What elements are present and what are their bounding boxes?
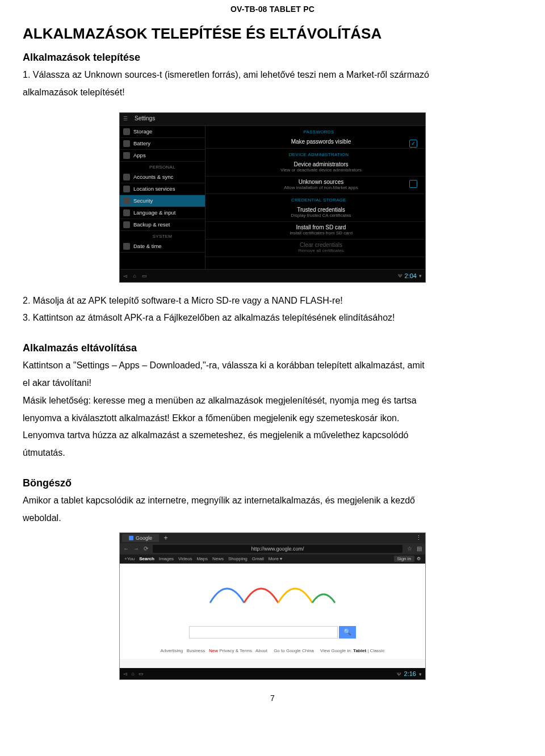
search-icon: 🔍 — [343, 628, 351, 636]
new-tab-icon[interactable]: ＋ — [162, 533, 169, 543]
navbar-clock: 2:04 — [405, 272, 417, 279]
android-navbar-2: ◅ ⌂ ▭ Ψ 2:16 ▾ — [120, 668, 425, 679]
item-install-from-sd[interactable]: Install from SD card Install certificate… — [206, 222, 425, 240]
menu-dots-icon[interactable]: ⋮ — [416, 534, 422, 541]
remove-p2a: Másik lehetőség: keresse meg a menüben a… — [23, 394, 522, 408]
search-button[interactable]: 🔍 — [339, 626, 356, 639]
navbar-left: ◅ ⌂ ▭ — [123, 273, 152, 279]
sidebar-item-accounts[interactable]: Accounts & sync — [120, 171, 205, 183]
sidebar-item-storage[interactable]: Storage — [120, 126, 205, 138]
install-step3: 3. Kattintson az átmásolt APK-ra a Fájlk… — [23, 311, 522, 325]
browser-p1a: Amikor a tablet kapcsolódik az internetr… — [23, 494, 522, 508]
screenshot-browser-wrap: Google ＋ ⋮ ← → ⟳ http://www.google.com/ … — [23, 532, 522, 680]
sliders-icon: ☰ — [123, 116, 128, 121]
sidebar-item-battery[interactable]: Battery — [120, 138, 205, 150]
sidebar-cat-system: SYSTEM — [120, 231, 205, 241]
ribbon-images[interactable]: Images — [159, 556, 174, 561]
remove-p3a: Lenyomva tartva húzza az alkalmazást a s… — [23, 429, 522, 443]
back-icon[interactable]: ◅ — [123, 273, 127, 279]
browser-back-icon[interactable]: ← — [123, 545, 129, 552]
install-step1b: alkalmazások telepítését! — [23, 86, 522, 100]
address-field[interactable]: http://www.google.com/ — [153, 545, 403, 553]
item-trusted-credentials[interactable]: Trusted credentials Display trusted CA c… — [206, 204, 425, 222]
sync-icon — [123, 174, 130, 180]
clock-icon — [123, 243, 130, 250]
screenshot-settings-wrap: ☰ Settings Storage Battery Apps PERSONAL… — [23, 112, 522, 283]
ribbon-you[interactable]: +You — [124, 556, 135, 561]
install-step2: 2. Másolja át az APK telepítő software-t… — [23, 294, 522, 308]
ribbon-videos[interactable]: Videos — [178, 556, 192, 561]
google-ribbon: +You Search Images Videos Maps News Shop… — [120, 555, 425, 564]
gear-icon[interactable]: ⚙ — [417, 556, 421, 561]
location-icon — [123, 186, 130, 192]
sidebar-cat-personal: PERSONAL — [120, 162, 205, 171]
cat-passwords: PASSWORDS — [206, 126, 425, 136]
remove-p1a: Kattintson a "Settings – Apps – Download… — [23, 359, 522, 373]
ribbon-news[interactable]: News — [212, 556, 224, 561]
document-page: OV-TB-08 TABLET PC ALKALMAZÁSOK TELEPÍTÉ… — [0, 0, 545, 725]
home-icon[interactable]: ⌂ — [132, 671, 135, 677]
backup-icon — [123, 221, 130, 228]
checkbox-icon[interactable]: ✓ — [409, 180, 417, 188]
item-unknown-sources[interactable]: Unknown sources Allow installation of no… — [206, 177, 425, 194]
bookmark-star-icon[interactable]: ☆ — [407, 545, 412, 552]
item-make-passwords-visible[interactable]: Make passwords visible ✓ — [206, 136, 425, 149]
lock-icon — [123, 198, 130, 204]
screenshot-browser: Google ＋ ⋮ ← → ⟳ http://www.google.com/ … — [119, 532, 426, 680]
browser-reload-icon[interactable]: ⟳ — [144, 545, 148, 552]
ribbon-gmail[interactable]: Gmail — [252, 556, 264, 561]
remove-p1b: el akar távolítani! — [23, 376, 522, 390]
google-favicon-icon — [129, 536, 133, 540]
android-navbar: ◅ ⌂ ▭ Ψ 2:04 ▾ — [120, 269, 425, 282]
sidebar-item-apps[interactable]: Apps — [120, 150, 205, 162]
heading-install: Alkalmazások telepítése — [23, 52, 522, 64]
sidebar-item-location[interactable]: Location services — [120, 183, 205, 195]
heading-remove: Alkalmazás eltávolítása — [23, 342, 522, 354]
check-icon[interactable]: ✓ — [409, 140, 417, 148]
settings-title: Settings — [135, 115, 155, 121]
ribbon-more[interactable]: More ▾ — [269, 556, 282, 561]
page-number: 7 — [23, 694, 522, 703]
heading-install-remove: ALKALMAZÁSOK TELEPÍTÉSE ÉS ELTÁVOLÍTÁSA — [23, 25, 522, 43]
settings-sidebar: Storage Battery Apps PERSONAL Accounts &… — [120, 126, 206, 270]
install-step1a: 1. Válassza az Unknown sources-t (ismere… — [23, 68, 522, 82]
signin-button[interactable]: Sign in — [394, 556, 414, 562]
back-icon[interactable]: ◅ — [123, 671, 127, 677]
apps-icon — [123, 152, 130, 159]
browser-p1b: weboldal. — [23, 511, 522, 526]
browser-tab[interactable]: Google — [122, 534, 159, 542]
bookmarks-icon[interactable]: ▤ — [417, 545, 422, 552]
google-doodle — [204, 572, 341, 611]
ribbon-shopping[interactable]: Shopping — [228, 556, 248, 561]
navbar-clock-2: 2:16 — [404, 670, 416, 677]
browser-content: 🔍 Advertising Business New Privacy & Ter… — [120, 564, 425, 659]
wifi-icon: ▾ — [419, 671, 422, 677]
screenshot-settings: ☰ Settings Storage Battery Apps PERSONAL… — [119, 112, 426, 283]
home-icon[interactable]: ⌂ — [133, 273, 136, 279]
sidebar-item-backup[interactable]: Backup & reset — [120, 219, 205, 231]
search-row: 🔍 — [189, 626, 356, 639]
browser-forward-icon[interactable]: → — [133, 545, 139, 552]
doc-header: OV-TB-08 TABLET PC — [23, 0, 522, 20]
usb-icon: Ψ — [397, 671, 401, 677]
remove-p3b: útmutatás. — [23, 446, 522, 460]
search-input[interactable] — [189, 626, 338, 639]
recent-icon[interactable]: ▭ — [139, 671, 144, 677]
language-icon — [123, 209, 130, 216]
ribbon-search[interactable]: Search — [139, 556, 154, 561]
item-clear-credentials: Clear credentials Remove all certificate… — [206, 240, 425, 257]
browser-urlbar: ← → ⟳ http://www.google.com/ ☆ ▤ — [120, 543, 425, 555]
sidebar-item-security[interactable]: Security — [120, 195, 205, 207]
item-device-admins[interactable]: Device administrators View or deactivate… — [206, 159, 425, 177]
heading-browser: Böngésző — [23, 477, 522, 489]
storage-icon — [123, 128, 130, 135]
google-footer: Advertising Business New Privacy & Terms… — [120, 648, 425, 653]
remove-p2b: lenyomva a kiválasztott alkalmazást! Ekk… — [23, 411, 522, 426]
recent-icon[interactable]: ▭ — [142, 273, 147, 279]
ribbon-maps[interactable]: Maps — [196, 556, 208, 561]
sidebar-item-datetime[interactable]: Date & time — [120, 241, 205, 253]
battery-icon — [123, 140, 130, 147]
browser-tabs: Google ＋ ⋮ — [120, 533, 425, 543]
cat-device-admin: DEVICE ADMINISTRATION — [206, 149, 425, 159]
sidebar-item-language[interactable]: Language & input — [120, 207, 205, 219]
